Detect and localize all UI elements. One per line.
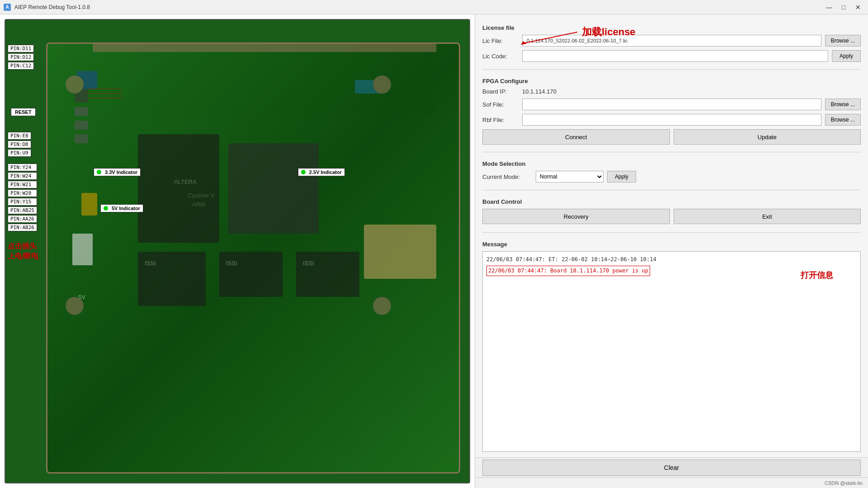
svg-rect-3 — [228, 143, 319, 234]
message-area: 22/06/03 07:44:47: ET: 22-06-02 10:14~22… — [482, 251, 861, 452]
connect-button[interactable]: Connect — [482, 129, 670, 145]
svg-text:ARM: ARM — [192, 201, 205, 208]
svg-rect-9 — [75, 121, 88, 130]
pin-label-w24: PIN:W24 — [8, 172, 37, 180]
sof-file-row: Sof File: Browse ... — [482, 99, 861, 110]
svg-text:Cyclone V: Cyclone V — [188, 192, 215, 199]
pin-label-w21: PIN:W21 — [8, 181, 37, 188]
reset-label: RESET — [11, 108, 36, 116]
exit-button[interactable]: Exit — [674, 209, 861, 224]
board-control-row: Recovery Exit — [482, 209, 861, 224]
fpga-section-title: FPGA Configure — [482, 78, 861, 84]
svg-rect-1 — [301, 44, 436, 52]
indicator-2v5-label: 2.5V Indicator — [309, 169, 342, 175]
board-ip-value: 10.1.114.170 — [522, 88, 557, 95]
lic-code-label: Lic Code: — [482, 53, 519, 60]
rbf-file-label: Rbf File: — [482, 117, 519, 123]
svg-rect-8 — [75, 107, 88, 116]
svg-rect-2 — [138, 134, 219, 243]
license-section-title: License file — [482, 24, 861, 31]
pin-label-d12: PIN:D12 — [8, 53, 34, 61]
main-content: ALTERA Cyclone V ARM ISSI ISSI ISSI 5V — [0, 14, 868, 488]
lic-code-apply-button[interactable]: Apply — [832, 50, 861, 62]
app-title: AIEP Remote Debug Tool-1.0.8 — [14, 4, 90, 10]
message-section-title: Message — [482, 241, 861, 248]
recovery-button[interactable]: Recovery — [482, 209, 670, 224]
svg-text:5V: 5V — [78, 294, 85, 300]
clear-button[interactable]: Clear — [482, 460, 861, 476]
lic-file-value[interactable]: .0.1.114.170_S2022-06-02_E2022-06-10_7.l… — [522, 35, 821, 47]
pcb-board: ALTERA Cyclone V ARM ISSI ISSI ISSI 5V — [46, 42, 460, 474]
close-button[interactable]: ✕ — [852, 2, 864, 12]
sof-file-label: Sof File: — [482, 101, 519, 108]
indicator-3v3-label: 3.3V Indicator — [105, 169, 137, 175]
svg-text:ISSI: ISSI — [145, 260, 156, 267]
indicator-5v-label: 5V Indicator — [112, 206, 140, 211]
pin-label-d8: PIN:D8 — [8, 141, 31, 148]
right-panel: License file Lic File: .0.1.114.170_S202… — [475, 14, 868, 488]
rbf-browse-button[interactable]: Browse ... — [825, 114, 861, 126]
mode-select[interactable]: Normal Debug Test — [536, 171, 604, 183]
svg-rect-10 — [75, 134, 88, 143]
clear-bar: Clear — [475, 457, 868, 477]
rbf-file-value[interactable] — [522, 114, 821, 126]
board-control-title: Board Control — [482, 198, 861, 205]
sof-file-value[interactable] — [522, 99, 821, 110]
minimize-button[interactable]: — — [823, 2, 835, 12]
divider-1 — [482, 69, 861, 70]
connect-update-row: Connect Update — [482, 129, 861, 145]
pcb-area: ALTERA Cyclone V ARM ISSI ISSI ISSI 5V — [5, 19, 470, 483]
lic-code-input[interactable] — [522, 50, 828, 62]
divider-2 — [482, 152, 861, 152]
mode-section-title: Mode Selection — [482, 160, 861, 167]
lic-file-browse-button[interactable]: Browse ... — [825, 35, 861, 47]
title-bar: A AIEP Remote Debug Tool-1.0.8 — □ ✕ — [0, 0, 868, 14]
lic-code-row: Lic Code: Apply — [482, 50, 861, 62]
sof-browse-button[interactable]: Browse ... — [825, 99, 861, 110]
message-line-2: 22/06/03 07:44:47: Board 10.1.114.170 po… — [486, 266, 650, 276]
pin-label-y15: PIN:Y15 — [8, 198, 37, 206]
pin-label-y24: PIN:Y24 — [8, 164, 37, 171]
mode-selection-row: Current Mode: Normal Debug Test Apply — [482, 171, 861, 183]
pin-label-aa26: PIN:AA26 — [8, 215, 37, 223]
pin-label-c12: PIN:C12 — [8, 62, 34, 70]
svg-point-17 — [373, 297, 391, 315]
power-annotation: 点击插头 上电/断电 — [8, 241, 38, 262]
pin-label-ab25: PIN:AB25 — [8, 206, 37, 214]
svg-rect-15 — [72, 234, 93, 265]
mode-apply-button[interactable]: Apply — [607, 171, 636, 183]
status-bar: CSDN @stark-lin — [475, 477, 868, 488]
update-button[interactable]: Update — [674, 129, 861, 145]
svg-text:ISSI: ISSI — [303, 260, 314, 267]
rbf-file-row: Rbf File: Browse ... — [482, 114, 861, 126]
divider-3 — [482, 190, 861, 190]
pin-label-w20: PIN:W20 — [8, 189, 37, 197]
indicator-5v-dot — [104, 206, 108, 211]
pin-label-u9: PIN:U9 — [8, 149, 31, 157]
svg-rect-14 — [81, 193, 97, 216]
svg-rect-5 — [219, 252, 283, 297]
indicator-2v5-dot — [301, 170, 306, 174]
svg-point-19 — [373, 75, 391, 94]
svg-rect-12 — [364, 225, 436, 279]
divider-4 — [482, 232, 861, 233]
open-message-annotation: 打开信息 — [801, 270, 833, 281]
board-ip-row: Board IP: 10.1.114.170 — [482, 88, 861, 95]
window-controls: — □ ✕ — [823, 2, 864, 12]
pin-label-d11: PIN:D11 — [8, 45, 34, 52]
message-line-1: 22/06/03 07:44:47: ET: 22-06-02 10:14~22… — [486, 255, 857, 264]
status-credit: CSDN @stark-lin — [825, 480, 863, 486]
board-ip-label: Board IP: — [482, 88, 519, 95]
indicator-3v3-dot — [97, 170, 101, 174]
lic-file-row: Lic File: .0.1.114.170_S2022-06-02_E2022… — [482, 35, 861, 47]
svg-text:ALTERA: ALTERA — [174, 178, 197, 185]
pin-label-ab26: PIN:AB26 — [8, 224, 37, 231]
maximize-button[interactable]: □ — [837, 2, 850, 12]
svg-text:ISSI: ISSI — [226, 260, 237, 267]
app-icon: A — [4, 4, 11, 11]
pin-label-e8: PIN:E8 — [8, 132, 31, 140]
svg-point-18 — [66, 75, 84, 94]
lic-file-label: Lic File: — [482, 38, 519, 44]
left-panel: ALTERA Cyclone V ARM ISSI ISSI ISSI 5V — [0, 14, 475, 488]
svg-rect-6 — [296, 252, 359, 297]
